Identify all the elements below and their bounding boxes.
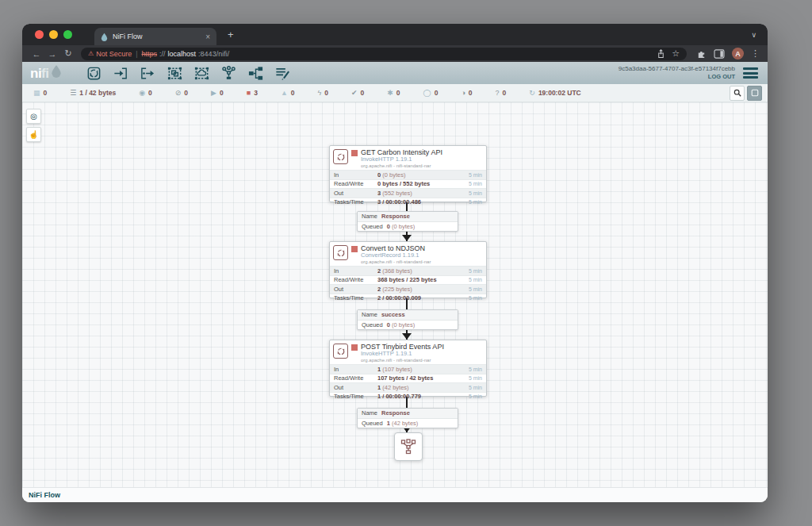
status-sync-failure: ?0 [496, 89, 507, 97]
stat-detail: (225 bytes) [381, 286, 412, 293]
funnel-icon [400, 438, 417, 455]
back-button[interactable]: ← [30, 49, 43, 59]
status-active-threads: ▦0 [33, 89, 47, 97]
profile-avatar[interactable]: A [732, 48, 744, 60]
breadcrumb[interactable]: NiFi Flow [29, 491, 60, 499]
connection-name-key: Name [362, 213, 377, 220]
queued-icon: ☰ [70, 90, 76, 97]
output-port-tool-icon[interactable] [140, 64, 157, 82]
browser-menu-icon[interactable]: ⋮ [751, 48, 760, 59]
funnel-component[interactable] [394, 432, 423, 461]
extensions-puzzle-icon[interactable] [696, 48, 707, 59]
nifi-logo: nifi [30, 64, 62, 82]
input-port-tool-icon[interactable] [113, 64, 130, 82]
reload-button[interactable]: ↻ [62, 48, 75, 59]
logout-link[interactable]: LOG OUT [619, 73, 735, 80]
pan-button[interactable]: ☝ [26, 127, 41, 142]
stat-label: Tasks/Time [334, 393, 377, 400]
birdseye-icon: ◎ [30, 113, 37, 121]
stat-label: Out [334, 286, 377, 293]
browser-toolbar: ← → ↻ ⚠ Not Secure | https://localhost:8… [22, 45, 768, 62]
not-secure-label: Not Secure [96, 50, 132, 58]
up-to-date-icon: ✔ [351, 90, 358, 97]
close-window-button[interactable] [35, 30, 44, 39]
processor-get-carbon-intensity-api[interactable]: GET Carbon Intensity API InvokeHTTP 1.19… [329, 145, 487, 202]
status-locally-modified-stale: ◑0 [461, 89, 472, 97]
stat-value: 3 / 00:00:00.486 [377, 198, 421, 205]
stat-row-tasks: Tasks/Time3 / 00:00:00.4865 min [330, 198, 486, 207]
birdseye-button[interactable]: ◎ [26, 109, 41, 124]
remote-process-group-tool-icon[interactable] [193, 64, 211, 82]
stat-row-in: In0 (0 bytes)5 min [330, 170, 486, 179]
stat-row-out: Out1 (42 bytes)5 min [330, 382, 486, 392]
disabled-count: 0 [324, 89, 328, 97]
url-divider: | [136, 50, 137, 58]
stat-label: In [334, 366, 377, 373]
stopped-indicator-icon [351, 150, 358, 156]
stat-row-read-write: Read/Write368 bytes / 225 bytes5 min [330, 275, 486, 285]
processor-tool-icon[interactable] [86, 64, 103, 82]
sync-failure-icon: ? [496, 90, 500, 97]
stopped-indicator-icon [351, 246, 358, 252]
refresh-icon[interactable]: ↻ [529, 90, 535, 97]
stat-row-in: In2 (368 bytes)5 min [330, 266, 486, 275]
url-path: :8443/nifi/ [198, 50, 229, 58]
global-menu-icon[interactable] [743, 67, 758, 79]
new-tab-button[interactable]: + [228, 29, 234, 40]
forward-button[interactable]: → [46, 49, 59, 59]
stat-row-tasks: Tasks/Time1 / 00:00:00.7795 min [330, 392, 486, 401]
tab-close-icon[interactable]: × [205, 33, 210, 41]
status-queued: ☰1 / 42 bytes [70, 89, 116, 97]
processor-convert-to-ndjson[interactable]: Convert to NDJSON ConvertRecord 1.19.1 o… [329, 241, 487, 298]
sync-failure-count: 0 [503, 89, 507, 97]
processor-type-icon [333, 344, 348, 359]
logo-text-fi: fi [41, 66, 48, 82]
invalid-count: 0 [291, 89, 295, 97]
stopped-count: 3 [254, 89, 258, 97]
connection-label-response-2[interactable]: NameResponse Queued1 (42 bytes) [357, 408, 458, 428]
processor-type: InvokeHTTP 1.19.1 [361, 156, 483, 163]
tab-search-chevron-icon[interactable]: ∨ [751, 31, 756, 39]
queued-count: 1 / 42 bytes [79, 89, 116, 97]
search-button[interactable] [730, 86, 745, 101]
stale-icon: ◯ [423, 90, 431, 97]
flow-canvas[interactable]: ◎ ☝ GET Carbon Intensity API InvokeHTTP … [22, 102, 768, 487]
processor-bundle: org.apache.nifi - nifi-standard-nar [361, 358, 483, 363]
queued-size: (42 bytes) [390, 420, 418, 427]
connection-label-success[interactable]: Namesuccess Queued0 (0 bytes) [357, 309, 458, 330]
status-not-transmitting: ⊘0 [175, 89, 188, 97]
tab-strip: NiFi Flow × + ∨ [22, 24, 768, 45]
stat-window: 5 min [469, 375, 482, 381]
stat-window: 5 min [469, 181, 482, 186]
label-tool-icon[interactable] [274, 64, 292, 82]
status-running: ▶0 [211, 89, 224, 97]
minimize-window-button[interactable] [49, 30, 58, 39]
queued-size: (0 bytes) [390, 321, 415, 328]
nifi-header: nifi 9c5a3daa-5677-4707-ac3f-e57134f7ceb… [22, 62, 768, 84]
stat-label: Tasks/Time [334, 198, 377, 205]
status-locally-modified: ✱0 [387, 89, 400, 97]
status-up-to-date: ✔0 [351, 89, 364, 97]
locally-modified-count: 0 [396, 89, 400, 97]
bookmark-star-icon[interactable]: ☆ [672, 48, 680, 59]
transmitting-count: 0 [148, 89, 152, 97]
connection-label-response-1[interactable]: NameResponse Queued0 (0 bytes) [357, 211, 458, 232]
process-group-tool-icon[interactable] [167, 64, 184, 82]
address-bar[interactable]: ⚠ Not Secure | https://localhost:8443/ni… [81, 48, 687, 60]
refresh-status[interactable]: ↻19:00:02 UTC [529, 89, 580, 97]
side-panel-icon[interactable] [714, 49, 725, 59]
bulletin-panel-button[interactable] [747, 86, 762, 101]
template-tool-icon[interactable] [247, 64, 265, 82]
stat-row-read-write: Read/Write107 bytes / 42 bytes5 min [330, 374, 486, 383]
stat-label: Out [334, 190, 377, 197]
funnel-tool-icon[interactable] [220, 64, 238, 82]
maximize-window-button[interactable] [63, 30, 72, 39]
browser-tab[interactable]: NiFi Flow × [94, 28, 216, 45]
stopped-indicator-icon [351, 344, 358, 351]
stat-row-tasks: Tasks/Time2 / 00:00:00.0095 min [330, 294, 486, 303]
processor-post-tinybird-events-api[interactable]: POST Tinybird Events API InvokeHTTP 1.19… [329, 340, 487, 397]
stat-window: 5 min [469, 268, 482, 274]
share-icon[interactable] [657, 49, 665, 59]
stat-window: 5 min [469, 199, 482, 205]
not-transmitting-count: 0 [184, 89, 188, 97]
